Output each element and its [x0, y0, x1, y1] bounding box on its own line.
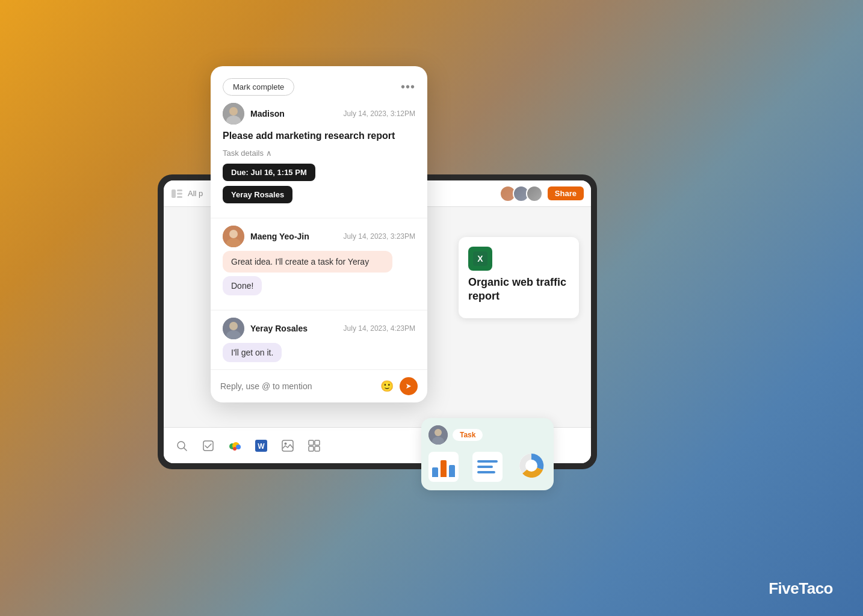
maeng-bubble-1: Great idea. I'll create a task for Yeray	[223, 251, 392, 273]
floating-card-icons	[428, 451, 546, 483]
svg-rect-17	[309, 440, 314, 445]
floating-task-card: Task	[421, 418, 554, 490]
assignee-badge[interactable]: Yeray Rosales	[223, 186, 292, 203]
comment-yeray: Yeray Rosales July 14, 2023, 4:23PM I'll…	[211, 318, 427, 369]
svg-line-7	[184, 448, 187, 451]
bar-1	[432, 467, 438, 477]
svg-rect-2	[177, 192, 182, 194]
traffic-card: X Organic web traffic report	[459, 237, 579, 318]
message-time-yeray: July 14, 2023, 4:23PM	[344, 324, 415, 333]
svg-rect-1	[177, 189, 182, 191]
author-name-yeray: Yeray Rosales	[250, 324, 308, 333]
floating-avatar	[428, 425, 448, 445]
reply-bar: 🙂	[211, 369, 427, 402]
svg-text:W: W	[258, 442, 265, 451]
task-title: Please add marketing research report	[223, 128, 415, 149]
bar-3	[449, 465, 455, 477]
task-details-label: Task details	[223, 149, 264, 158]
svg-rect-0	[172, 189, 176, 198]
image-icon[interactable]	[279, 437, 296, 454]
avatar-maeng	[223, 226, 244, 247]
doc-line-3	[477, 471, 495, 473]
avatar-madison	[223, 103, 244, 125]
divider-1	[211, 218, 427, 218]
send-button[interactable]	[400, 377, 418, 395]
yeray-bubble-1: I'll get on it.	[223, 343, 282, 362]
svg-rect-20	[315, 446, 320, 451]
avatar-3	[526, 185, 543, 202]
task-label-badge: Task	[453, 429, 483, 441]
floating-card-header: Task	[428, 425, 546, 445]
doc-line-1	[477, 460, 498, 463]
task-panel: Mark complete ••• Madison July 14, 2023,…	[211, 66, 427, 402]
divider-2	[211, 310, 427, 310]
search-icon[interactable]	[173, 437, 190, 454]
word-icon[interactable]: W	[253, 437, 270, 454]
svg-point-22	[229, 107, 238, 116]
task-label-text: Task	[460, 431, 475, 439]
excel-icon: X	[468, 247, 492, 271]
checkbox-icon[interactable]	[200, 437, 217, 454]
mark-complete-button[interactable]: Mark complete	[223, 78, 294, 96]
comment-maeng: Maeng Yeo-Jin July 14, 2023, 3:23PM Grea…	[211, 226, 427, 310]
first-message: Madison July 14, 2023, 3:12PM Please add…	[211, 103, 427, 218]
svg-point-28	[229, 322, 238, 330]
author-row-maeng: Maeng Yeo-Jin July 14, 2023, 3:23PM	[223, 226, 415, 247]
bar-2	[441, 460, 447, 477]
more-options-button[interactable]: •••	[401, 80, 415, 94]
author-row-madison: Madison July 14, 2023, 3:12PM	[223, 103, 415, 125]
pie-chart-icon	[516, 451, 546, 483]
traffic-card-title: Organic web traffic report	[468, 276, 569, 304]
brand-name: FiveTaco	[769, 579, 833, 597]
doc-line-2	[477, 466, 493, 468]
cloud-icon[interactable]	[226, 437, 243, 454]
svg-rect-18	[315, 440, 320, 445]
svg-text:X: X	[477, 254, 483, 263]
chevron-up-icon: ∧	[266, 149, 272, 158]
share-button[interactable]: Share	[548, 186, 584, 200]
avatar-yeray	[223, 318, 244, 339]
author-name-madison: Madison	[250, 109, 285, 119]
svg-point-31	[435, 429, 442, 436]
collaborator-avatars	[500, 185, 543, 202]
svg-point-12	[233, 447, 237, 451]
svg-rect-19	[309, 446, 314, 451]
doc-icon	[472, 452, 503, 482]
maeng-bubble-2: Done!	[223, 276, 262, 295]
message-time-maeng: July 14, 2023, 3:23PM	[344, 232, 415, 241]
fivetaco-branding: FiveTaco	[769, 579, 833, 598]
svg-point-11	[236, 445, 241, 449]
due-date-badge[interactable]: Due: Jul 16, 1:15 PM	[223, 164, 315, 181]
message-time-madison: July 14, 2023, 3:12PM	[344, 109, 415, 118]
svg-point-25	[229, 230, 238, 238]
reply-input[interactable]	[220, 381, 374, 391]
panel-header: Mark complete •••	[211, 66, 427, 103]
author-name-maeng: Maeng Yeo-Jin	[250, 232, 309, 241]
sidebar-toggle-icon[interactable]	[171, 188, 183, 200]
grid-icon[interactable]	[306, 437, 323, 454]
svg-rect-3	[177, 196, 182, 198]
emoji-button[interactable]: 🙂	[380, 380, 394, 393]
task-details-toggle[interactable]: Task details ∧	[223, 149, 415, 164]
svg-point-16	[285, 442, 287, 445]
svg-point-34	[525, 460, 537, 472]
author-row-yeray: Yeray Rosales July 14, 2023, 4:23PM	[223, 318, 415, 339]
bar-chart-icon	[428, 452, 459, 482]
toolbar-project-text: All p	[188, 189, 203, 198]
